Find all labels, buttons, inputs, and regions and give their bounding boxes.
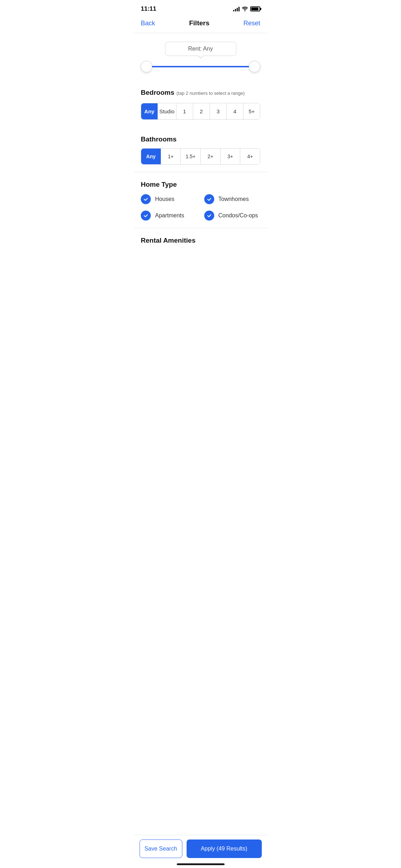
bedrooms-options: Any Studio 1 2 3 4 5+ (141, 103, 260, 120)
bedroom-option-5plus[interactable]: 5+ (243, 103, 260, 119)
check-icon (143, 197, 148, 202)
rental-amenities-section: Rental Amenities (134, 228, 267, 249)
status-bar: 11:11 (134, 0, 267, 16)
rental-amenities-title: Rental Amenities (141, 237, 260, 244)
home-type-grid: Houses Townhomes Apartments (141, 194, 260, 221)
slider-thumb-right[interactable] (249, 61, 260, 72)
reset-button[interactable]: Reset (243, 20, 260, 27)
bedroom-option-1[interactable]: 1 (176, 103, 193, 119)
home-type-condos[interactable]: Condos/Co-ops (204, 211, 261, 221)
bathroom-option-4plus[interactable]: 4+ (240, 149, 260, 164)
rent-tooltip: Rent: Any (165, 42, 236, 56)
battery-icon (250, 6, 260, 11)
bathroom-option-1-5plus[interactable]: 1.5+ (181, 149, 201, 164)
signal-icon (233, 6, 240, 11)
bedroom-option-3[interactable]: 3 (210, 103, 227, 119)
rent-slider-section: Rent: Any (134, 33, 267, 80)
check-icon (207, 197, 212, 202)
apartments-label: Apartments (155, 212, 184, 219)
slider-track (147, 66, 254, 67)
apartments-checkbox[interactable] (141, 211, 151, 221)
bedrooms-subtitle: (tap 2 numbers to select a range) (176, 91, 245, 96)
slider-thumb-left[interactable] (141, 61, 152, 72)
bathrooms-title: Bathrooms (141, 135, 260, 143)
bedroom-option-any[interactable]: Any (141, 103, 158, 119)
rent-slider[interactable] (141, 60, 260, 73)
check-icon (207, 213, 212, 218)
home-type-houses[interactable]: Houses (141, 194, 197, 204)
bedroom-option-2[interactable]: 2 (193, 103, 210, 119)
status-time: 11:11 (141, 5, 156, 12)
houses-checkbox[interactable] (141, 194, 151, 204)
bathrooms-options: Any 1+ 1.5+ 2+ 3+ 4+ (141, 148, 260, 165)
bedrooms-title: Bedrooms (141, 89, 174, 97)
bathroom-option-3plus[interactable]: 3+ (221, 149, 241, 164)
status-icons (233, 6, 260, 11)
townhomes-checkbox[interactable] (204, 194, 214, 204)
bedroom-option-4[interactable]: 4 (227, 103, 243, 119)
condos-checkbox[interactable] (204, 211, 214, 221)
home-type-title: Home Type (141, 181, 260, 188)
page-title: Filters (189, 19, 209, 27)
bathroom-option-2plus[interactable]: 2+ (201, 149, 221, 164)
bedroom-option-studio[interactable]: Studio (158, 103, 176, 119)
bedrooms-section: Bedrooms (tap 2 numbers to select a rang… (134, 80, 267, 127)
home-type-apartments[interactable]: Apartments (141, 211, 197, 221)
bathrooms-section: Bathrooms Any 1+ 1.5+ 2+ 3+ 4+ (134, 127, 267, 172)
nav-header: Back Filters Reset (134, 16, 267, 33)
townhomes-label: Townhomes (219, 196, 249, 202)
condos-label: Condos/Co-ops (219, 212, 258, 219)
back-button[interactable]: Back (141, 20, 155, 27)
bathroom-option-any[interactable]: Any (141, 149, 161, 164)
wifi-icon (242, 6, 248, 11)
check-icon (143, 213, 148, 218)
home-type-townhomes[interactable]: Townhomes (204, 194, 261, 204)
bathroom-option-1plus[interactable]: 1+ (161, 149, 181, 164)
home-type-section: Home Type Houses Townhomes (134, 172, 267, 228)
houses-label: Houses (155, 196, 174, 202)
